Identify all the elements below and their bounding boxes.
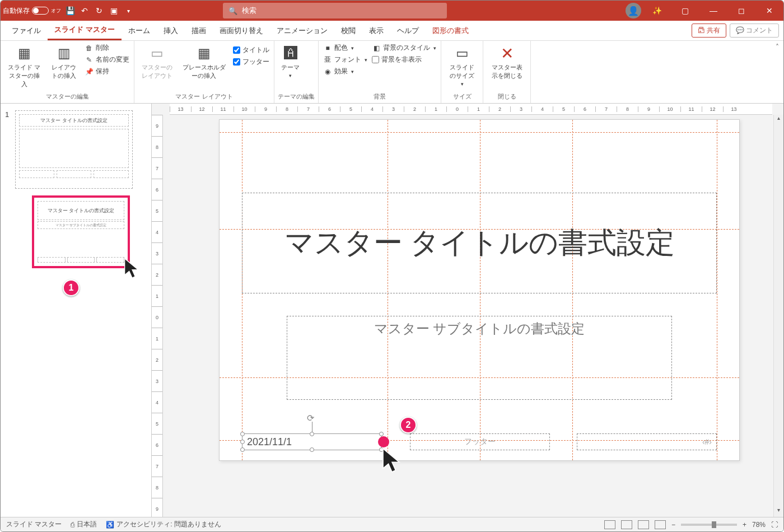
from-beginning-icon[interactable]: ▣ bbox=[108, 5, 119, 16]
insert-placeholder-button[interactable]: ▦ プレースホルダーの挿入 bbox=[178, 42, 230, 82]
preserve-icon: 📌 bbox=[85, 67, 94, 76]
slide-size-icon: ▭ bbox=[453, 44, 471, 62]
tab-help[interactable]: ヘルプ bbox=[390, 21, 426, 40]
resize-handle[interactable] bbox=[310, 447, 314, 452]
statusbar-right: − + 78% ⛶ bbox=[604, 520, 778, 529]
zoom-in-icon[interactable]: + bbox=[743, 521, 746, 529]
share-button[interactable]: 🖆 共有 bbox=[692, 24, 726, 38]
search-icon: 🔍 bbox=[228, 7, 237, 15]
theme-button[interactable]: 🅰 テーマ ▾ bbox=[278, 42, 303, 81]
tab-file[interactable]: ファイル bbox=[5, 21, 48, 40]
save-icon[interactable]: 💾 bbox=[64, 5, 76, 16]
tab-view[interactable]: 表示 bbox=[362, 21, 390, 40]
search-box[interactable]: 🔍 検索 bbox=[223, 3, 447, 18]
comments-button[interactable]: 💬 コメント bbox=[730, 24, 779, 38]
thumb-master-row[interactable]: 1 マスター タイトルの書式設定 bbox=[5, 110, 147, 189]
autosave-state: オフ bbox=[51, 7, 61, 15]
tab-animations[interactable]: アニメーション bbox=[270, 21, 334, 40]
placeholder-title[interactable]: マスター タイトルの書式設定 bbox=[242, 193, 717, 293]
close-master-button[interactable]: ✕ マスター表示を閉じる bbox=[487, 42, 527, 82]
tabs-right: 🖆 共有 💬 コメント bbox=[692, 24, 779, 38]
qat-dropdown-icon[interactable]: ▾ bbox=[123, 5, 134, 16]
maximize-icon[interactable]: ◻ bbox=[730, 2, 753, 20]
view-sorter-icon[interactable] bbox=[621, 520, 632, 529]
rename-button[interactable]: ✎名前の変更 bbox=[85, 55, 129, 64]
undo-icon[interactable]: ↶ bbox=[79, 5, 90, 16]
chk-footer[interactable]: フッター bbox=[233, 57, 269, 67]
redo-icon[interactable]: ↻ bbox=[94, 5, 105, 16]
thumb-number: 1 bbox=[5, 110, 13, 119]
tab-transitions[interactable]: 画面切り替え bbox=[213, 21, 270, 40]
placeholder-icon: ▦ bbox=[195, 44, 213, 62]
autosave-toggle[interactable]: 自動保存 オフ bbox=[3, 6, 61, 16]
fit-window-icon[interactable]: ⛶ bbox=[771, 521, 778, 529]
slide-canvas[interactable]: マスター タイトルの書式設定 マスター サブタイトルの書式設定 2021/11/… bbox=[219, 119, 740, 461]
thumbnail-pane[interactable]: 1 マスター タイトルの書式設定 マスター タイトルの書式設定 マスター サブタ… bbox=[1, 104, 152, 517]
view-slideshow-icon[interactable] bbox=[655, 520, 666, 529]
collapse-ribbon-icon[interactable]: ˄ bbox=[776, 43, 779, 51]
ruler-horizontal[interactable]: 13121110987654321012345678910111213 bbox=[170, 104, 772, 115]
resize-handle[interactable] bbox=[379, 432, 384, 436]
ribbon-tabs: ファイル スライド マスター ホーム 挿入 描画 画面切り替え アニメーション … bbox=[1, 21, 783, 41]
placeholder-footer[interactable]: フッター bbox=[410, 433, 550, 450]
scroll-up-icon[interactable]: ▴ bbox=[774, 115, 783, 125]
resize-handle[interactable] bbox=[240, 440, 245, 444]
fonts-button[interactable]: 亜フォント▾ bbox=[323, 55, 367, 64]
checkbox-icon[interactable] bbox=[233, 58, 240, 66]
tab-slide-master[interactable]: スライド マスター bbox=[48, 21, 122, 40]
chevron-down-icon: ▾ bbox=[433, 45, 436, 51]
status-mode[interactable]: スライド マスター bbox=[6, 520, 62, 529]
placeholder-pagenum[interactable]: ‹#› bbox=[577, 433, 717, 450]
bg-styles-button[interactable]: ◧背景のスタイル▾ bbox=[372, 43, 436, 53]
resize-handle[interactable] bbox=[240, 432, 245, 436]
checkbox-icon[interactable] bbox=[372, 56, 379, 63]
insert-slide-master-button[interactable]: ▦ スライド マスターの挿入 bbox=[4, 42, 44, 91]
rotation-handle-icon[interactable]: ⟳ bbox=[307, 413, 317, 423]
thumb-layout-selected[interactable]: マスター タイトルの書式設定 マスター サブタイトルの書式設定 bbox=[32, 195, 130, 268]
resize-handle[interactable] bbox=[240, 447, 245, 452]
minimize-icon[interactable]: — bbox=[702, 2, 725, 20]
insert-layout-button[interactable]: ▥ レイアウトの挿入 bbox=[46, 42, 81, 82]
ruler-vertical[interactable]: 9876543210123456789 bbox=[152, 115, 163, 517]
status-lang[interactable]: ⎙日本語 bbox=[71, 520, 97, 529]
theme-icon: 🅰 bbox=[282, 44, 300, 62]
zoom-out-icon[interactable]: − bbox=[671, 521, 675, 529]
slide-size-button[interactable]: ▭ スライドのサイズ ▾ bbox=[445, 42, 479, 89]
view-reading-icon[interactable] bbox=[638, 520, 649, 529]
guide-line[interactable] bbox=[717, 120, 717, 460]
scrollbar-vertical[interactable]: ▴ ▾ bbox=[773, 115, 783, 517]
view-normal-icon[interactable] bbox=[604, 520, 615, 529]
delete-button[interactable]: 🗑削除 bbox=[85, 43, 129, 53]
chevron-down-icon: ▾ bbox=[289, 73, 292, 78]
date-value: 2021/11/1 bbox=[247, 436, 292, 448]
group-label: サイズ bbox=[445, 91, 479, 102]
cursor-arrow-icon bbox=[381, 447, 403, 474]
edit-area: 13121110987654321012345678910111213 9876… bbox=[152, 104, 783, 517]
effects-button[interactable]: ◉効果▾ bbox=[323, 67, 367, 76]
chk-hide-bg[interactable]: 背景を非表示 bbox=[372, 55, 436, 64]
preserve-button[interactable]: 📌保持 bbox=[85, 67, 129, 76]
group-size: ▭ スライドのサイズ ▾ サイズ bbox=[441, 41, 483, 103]
placeholder-date-selected[interactable]: 2021/11/1 ⟳ bbox=[242, 433, 382, 450]
user-avatar[interactable]: 👤 bbox=[626, 3, 641, 18]
thumb-slide-master[interactable]: マスター タイトルの書式設定 bbox=[15, 110, 133, 189]
guide-line[interactable] bbox=[220, 132, 739, 133]
tab-insert[interactable]: 挿入 bbox=[157, 21, 185, 40]
checkbox-icon[interactable] bbox=[233, 46, 240, 54]
coming-soon-icon[interactable]: ✨ bbox=[646, 2, 669, 20]
tab-shape-format[interactable]: 図形の書式 bbox=[426, 21, 475, 40]
tab-review[interactable]: 校閲 bbox=[334, 21, 362, 40]
status-accessibility[interactable]: ♿アクセシビリティ: 問題ありません bbox=[106, 520, 221, 529]
tab-home[interactable]: ホーム bbox=[122, 21, 157, 40]
ribbon-mode-icon[interactable]: ▢ bbox=[674, 2, 697, 20]
chk-title[interactable]: タイトル bbox=[233, 45, 269, 55]
colors-button[interactable]: ■配色▾ bbox=[323, 43, 367, 53]
close-icon[interactable]: ✕ bbox=[758, 2, 781, 20]
thumb-footer bbox=[19, 170, 129, 178]
resize-handle[interactable] bbox=[310, 432, 314, 436]
placeholder-subtitle[interactable]: マスター サブタイトルの書式設定 bbox=[287, 316, 672, 400]
tab-draw[interactable]: 描画 bbox=[185, 21, 213, 40]
zoom-value[interactable]: 78% bbox=[752, 521, 766, 529]
scroll-down-icon[interactable]: ▾ bbox=[774, 507, 783, 517]
zoom-slider[interactable] bbox=[681, 524, 737, 526]
